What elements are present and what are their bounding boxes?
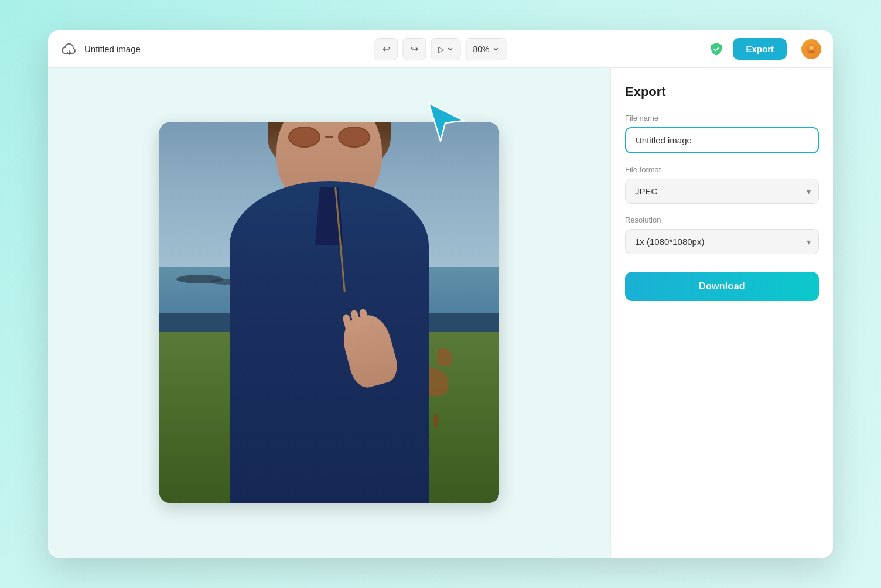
play-button[interactable]: ▷ xyxy=(431,38,460,60)
app-window: Untitled image ↩ ↪ ▷ 80% xyxy=(48,30,833,558)
image-card xyxy=(159,122,499,503)
zoom-value: 80% xyxy=(473,45,489,54)
toolbar-divider xyxy=(794,41,794,57)
toolbar-right: Export xyxy=(707,38,821,60)
chevron-down-icon xyxy=(447,46,453,52)
download-button[interactable]: Download xyxy=(625,272,819,301)
canvas-area[interactable] xyxy=(48,68,610,558)
resolution-label: Resolution xyxy=(625,216,819,224)
shield-icon xyxy=(707,40,726,59)
export-panel: Export File name File format JPEG PNG SV… xyxy=(610,68,833,558)
redo-button[interactable]: ↪ xyxy=(402,38,426,60)
file-name-label: File name xyxy=(625,114,819,122)
sunglass-left xyxy=(288,127,320,148)
cloud-icon xyxy=(60,40,78,59)
cow-head xyxy=(437,348,452,366)
resolution-wrapper: 1x (1080*1080px) 2x (2160*2160px) 0.5x (… xyxy=(625,229,819,254)
cow-leg-2 xyxy=(434,414,438,427)
undo-icon: ↩ xyxy=(383,43,390,54)
sunglass-bridge xyxy=(325,136,334,138)
zoom-chevron-icon xyxy=(493,46,499,52)
document-title: Untitled image xyxy=(84,44,141,54)
file-format-wrapper: JPEG PNG SVG PDF ▾ xyxy=(625,179,819,204)
file-format-select[interactable]: JPEG PNG SVG PDF xyxy=(625,179,819,204)
undo-button[interactable]: ↩ xyxy=(374,38,398,60)
cursor-arrow xyxy=(423,97,470,146)
play-icon: ▷ xyxy=(438,45,445,54)
file-name-input[interactable] xyxy=(625,127,819,153)
panel-title: Export xyxy=(625,84,819,100)
toolbar: Untitled image ↩ ↪ ▷ 80% xyxy=(48,30,833,68)
toolbar-center: ↩ ↪ ▷ 80% xyxy=(374,38,506,60)
redo-icon: ↪ xyxy=(411,43,418,54)
main-content: Export File name File format JPEG PNG SV… xyxy=(48,68,833,558)
sunglass-right xyxy=(338,127,370,148)
resolution-select[interactable]: 1x (1080*1080px) 2x (2160*2160px) 0.5x (… xyxy=(625,229,819,254)
export-button[interactable]: Export xyxy=(733,38,787,60)
file-format-label: File format xyxy=(625,165,819,174)
avatar[interactable] xyxy=(801,39,821,59)
photo-canvas xyxy=(159,122,499,503)
svg-point-1 xyxy=(810,46,814,50)
svg-marker-2 xyxy=(429,103,464,141)
person-body xyxy=(230,181,429,503)
zoom-control[interactable]: 80% xyxy=(465,38,506,60)
